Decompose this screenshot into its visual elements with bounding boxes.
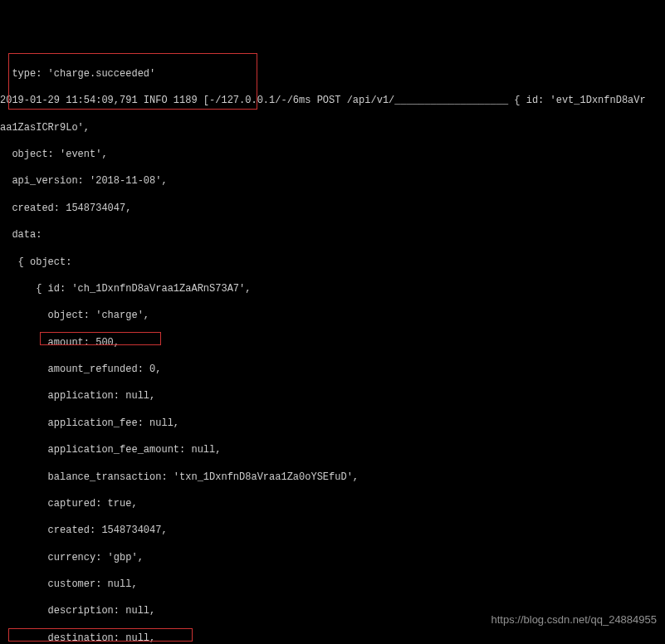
log-line: captured: true,: [0, 497, 665, 510]
log-line: destination: null,: [0, 632, 665, 644]
log-line: 2019-01-29 11:54:09,791 INFO 1189 [-/127…: [0, 94, 665, 107]
log-line: { id: 'ch_1DxnfnD8aVraa1ZaARnS73A7',: [0, 282, 665, 295]
log-line: balance_transaction: 'txn_1DxnfnD8aVraa1…: [0, 471, 665, 484]
log-line: amount: 500,: [0, 336, 665, 349]
log-line: api_version: '2018-11-08',: [0, 174, 665, 188]
log-line: { object:: [0, 256, 665, 269]
log-line: object: 'charge',: [0, 309, 665, 322]
log-line: object: 'event',: [0, 148, 665, 161]
log-line: amount_refunded: 0,: [0, 363, 665, 376]
terminal-output: type: 'charge.succeeded' 2019-01-29 11:5…: [0, 54, 665, 644]
log-line: data:: [0, 228, 665, 242]
log-line: currency: 'gbp',: [0, 551, 665, 564]
log-line: type: 'charge.succeeded': [0, 67, 665, 80]
watermark-text: https://blog.csdn.net/qq_24884955: [491, 612, 658, 627]
log-line: created: 1548734047,: [0, 202, 665, 215]
log-line: customer: null,: [0, 578, 665, 591]
log-line: created: 1548734047,: [0, 524, 665, 537]
log-line: aa1ZasICRr9Lo',: [0, 121, 665, 134]
log-line: application_fee_amount: null,: [0, 443, 665, 456]
log-line: application: null,: [0, 389, 665, 402]
log-line: application_fee: null,: [0, 417, 665, 430]
